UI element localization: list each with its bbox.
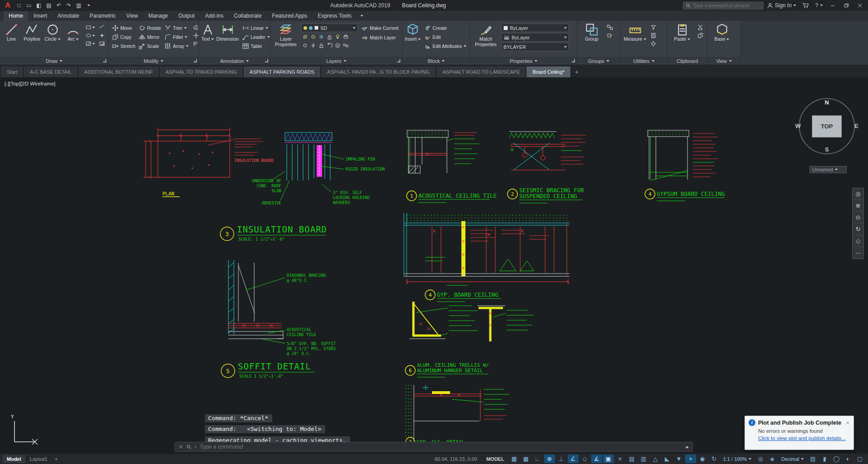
- layer-merge-tool[interactable]: [342, 42, 350, 49]
- lock-ui-button[interactable]: ▮: [819, 455, 830, 463]
- object-snap-toggle[interactable]: ▣: [603, 455, 614, 463]
- gradient-tool[interactable]: [98, 40, 106, 47]
- qat-undo-button[interactable]: ↶: [54, 1, 63, 10]
- qat-open-button[interactable]: ▭: [24, 1, 33, 10]
- osnap-tracking-toggle[interactable]: ∡: [591, 455, 602, 463]
- ribbon-tab-featured-apps[interactable]: Featured Apps: [267, 11, 312, 21]
- drawing-area[interactable]: INSULATION BOARD PLAN IMPALING PIN RIGID…: [0, 77, 868, 454]
- circle-tool[interactable]: Circle: [43, 22, 62, 42]
- layer-freeze-tool[interactable]: [318, 33, 325, 41]
- qat-new-button[interactable]: □: [14, 1, 24, 10]
- edit-attributes-tool[interactable]: Edit Attributes: [423, 42, 468, 50]
- object-color-select[interactable]: ByLayer: [501, 24, 569, 32]
- ribbon-collapse-button[interactable]: [357, 9, 367, 21]
- pan-button[interactable]: ⊕: [853, 200, 863, 212]
- table-tool[interactable]: Table: [241, 42, 271, 50]
- dialog-launcher-icon[interactable]: [397, 59, 400, 62]
- autoscale-toggle[interactable]: ↻: [709, 455, 720, 463]
- ortho-toggle[interactable]: ⊥: [556, 455, 567, 463]
- snap-toggle[interactable]: ▩: [521, 455, 531, 463]
- group-edit-tool[interactable]: [606, 32, 614, 39]
- polyline-tool[interactable]: Polyline: [23, 22, 42, 42]
- viewcube[interactable]: N S W E TOP: [794, 93, 859, 165]
- graphics-performance-button[interactable]: ◐: [843, 455, 854, 463]
- show-motion-button[interactable]: ⋯: [853, 247, 863, 259]
- viewcube-menu-button[interactable]: ◇: [853, 235, 863, 247]
- ungroup-tool[interactable]: [606, 24, 614, 31]
- layer-unlock-tool[interactable]: [318, 42, 325, 49]
- layer-off-tool[interactable]: [301, 33, 309, 41]
- paste-tool[interactable]: Paste: [670, 22, 694, 42]
- app-store-button[interactable]: [800, 0, 811, 10]
- plot-style-select[interactable]: BYLAYER: [501, 43, 569, 51]
- lineweight-toggle[interactable]: ≡: [615, 455, 626, 463]
- search-icon[interactable]: [186, 445, 191, 450]
- dialog-launcher-icon[interactable]: [194, 59, 197, 62]
- panel-annotation-footer[interactable]: Annotation: [199, 57, 270, 65]
- autocad-logo-icon[interactable]: A: [2, 0, 14, 10]
- layer-previous-tool[interactable]: [326, 42, 333, 49]
- panel-view-footer[interactable]: View: [707, 57, 740, 65]
- workspace-switcher[interactable]: ◎: [755, 455, 766, 463]
- copy-tool[interactable]: Copy: [111, 33, 137, 41]
- close-icon[interactable]: [845, 421, 850, 425]
- layer-on-tool[interactable]: [334, 33, 342, 41]
- match-properties-tool[interactable]: Match Properties: [473, 22, 499, 47]
- revision-cloud-tool[interactable]: [98, 24, 106, 31]
- ribbon-tab-output[interactable]: Output: [173, 11, 199, 21]
- command-line[interactable]: ›: [175, 442, 693, 452]
- qat-customize-button[interactable]: [84, 1, 93, 10]
- dynamic-ucs-toggle[interactable]: ◣: [662, 455, 673, 463]
- zoom-button[interactable]: ⊙: [853, 212, 863, 223]
- isolate-objects-button[interactable]: ◯: [831, 455, 842, 463]
- cut-tool[interactable]: [697, 24, 704, 31]
- qat-plot-button[interactable]: ▤: [44, 1, 53, 10]
- panel-utilities-footer[interactable]: Utilities: [621, 57, 667, 65]
- layer-plot-tool[interactable]: [342, 33, 350, 41]
- isometric-drafting-toggle[interactable]: ◇: [579, 455, 590, 463]
- quick-properties-toggle[interactable]: ▤: [807, 455, 818, 463]
- orbit-button[interactable]: ↻: [853, 223, 863, 235]
- qat-batch-plot-button[interactable]: ▥: [74, 1, 83, 10]
- layer-unisolate-tool[interactable]: [301, 42, 309, 49]
- navigation-wheel-button[interactable]: ◎: [853, 188, 863, 200]
- ribbon-tab-addins[interactable]: Add-ins: [200, 11, 228, 21]
- qat-save-button[interactable]: ◧: [34, 1, 43, 10]
- sign-in-button[interactable]: Sign In: [764, 0, 799, 10]
- command-input[interactable]: [199, 444, 682, 450]
- file-tab-asphal-to-tpaved-parking[interactable]: ASPHAL TO TPAVED PARKING: [160, 66, 243, 77]
- file-tab-board-ceiling[interactable]: Board Ceiling*: [526, 66, 570, 77]
- text-tool[interactable]: Text: [201, 22, 214, 42]
- ribbon-tab-insert[interactable]: Insert: [28, 11, 52, 21]
- ribbon-tab-express-tools[interactable]: Express Tools: [313, 11, 356, 21]
- ribbon-tab-annotate[interactable]: Annotate: [52, 11, 84, 21]
- layer-state-tool[interactable]: [334, 42, 342, 49]
- panel-modify-footer[interactable]: Modify: [109, 57, 199, 65]
- file-tab-ac-base-detail[interactable]: A-C BASE DETAIL: [24, 66, 78, 77]
- gizmo-toggle[interactable]: +: [685, 455, 696, 463]
- ribbon-tab-manage[interactable]: Manage: [143, 11, 173, 21]
- panel-groups-footer[interactable]: Groups: [577, 57, 620, 65]
- viewcube-north[interactable]: N: [794, 99, 859, 106]
- panel-properties-footer[interactable]: Properties: [470, 57, 577, 65]
- dialog-launcher-icon[interactable]: [265, 59, 268, 62]
- move-tool[interactable]: Move: [111, 24, 137, 32]
- annotation-visibility-toggle[interactable]: ◉: [697, 455, 708, 463]
- quick-select-tool[interactable]: [650, 24, 657, 31]
- ellipse-tool[interactable]: [85, 32, 96, 39]
- search-box[interactable]: [683, 2, 764, 9]
- layer-lock-tool[interactable]: [326, 33, 333, 41]
- match-layer-tool[interactable]: Match Layer: [360, 33, 400, 42]
- notification-link[interactable]: Click to view plot and publish details..…: [758, 436, 846, 441]
- restore-button[interactable]: [840, 0, 853, 10]
- trim-tool[interactable]: Trim: [163, 24, 190, 32]
- new-drawing-tab-button[interactable]: +: [571, 66, 582, 77]
- units-button[interactable]: Decimal: [778, 456, 806, 462]
- help-button[interactable]: ?: [812, 0, 825, 10]
- insert-block-tool[interactable]: Insert: [405, 22, 421, 42]
- base-view-tool[interactable]: Base: [710, 22, 734, 42]
- dimension-tool[interactable]: Dimension: [216, 22, 239, 42]
- id-point-tool[interactable]: [650, 40, 657, 47]
- rotate-tool[interactable]: Rotate: [138, 24, 162, 32]
- model-tab[interactable]: Model: [3, 455, 25, 463]
